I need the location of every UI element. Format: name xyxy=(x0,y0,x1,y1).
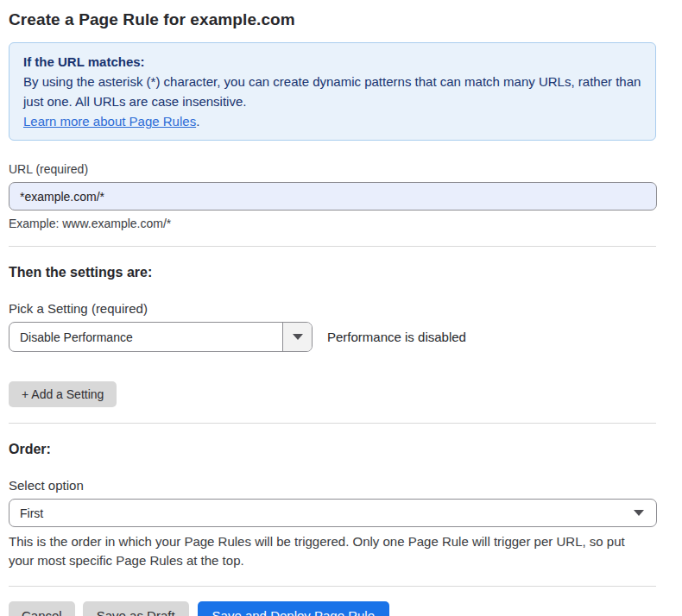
info-box-link-line: Learn more about Page Rules. xyxy=(23,111,641,131)
save-as-draft-button[interactable]: Save as Draft xyxy=(83,601,189,616)
page-title: Create a Page Rule for example.com xyxy=(9,10,656,29)
order-help-text: This is the order in which your Page Rul… xyxy=(9,532,652,570)
link-period: . xyxy=(196,114,199,129)
setting-row: Disable Performance Performance is disab… xyxy=(9,322,656,352)
pick-setting-label: Pick a Setting (required) xyxy=(9,301,656,316)
setting-select[interactable]: Disable Performance xyxy=(9,322,313,352)
order-select-value: First xyxy=(20,506,634,520)
url-input[interactable] xyxy=(9,182,657,211)
setting-select-arrow-button[interactable] xyxy=(282,323,312,351)
divider xyxy=(9,423,656,424)
save-and-deploy-button[interactable]: Save and Deploy Page Rule xyxy=(198,601,389,616)
add-setting-button[interactable]: + Add a Setting xyxy=(9,381,117,407)
order-select[interactable]: First xyxy=(9,499,657,527)
divider xyxy=(9,246,656,247)
settings-section-heading: Then the settings are: xyxy=(9,265,656,280)
url-example-text: Example: www.example.com/* xyxy=(9,217,656,230)
footer-actions: Cancel Save as Draft Save and Deploy Pag… xyxy=(9,601,656,616)
setting-status-text: Performance is disabled xyxy=(327,330,466,344)
chevron-down-icon xyxy=(634,510,644,516)
setting-select-value: Disable Performance xyxy=(9,323,282,351)
chevron-down-icon xyxy=(293,334,303,340)
cancel-button[interactable]: Cancel xyxy=(9,601,75,616)
order-select-label: Select option xyxy=(9,478,656,493)
create-page-rule-form: Create a Page Rule for example.com If th… xyxy=(0,0,656,616)
info-box-heading: If the URL matches: xyxy=(23,52,641,72)
url-field-label: URL (required) xyxy=(9,162,656,176)
info-box-body: By using the asterisk (*) character, you… xyxy=(23,72,641,111)
url-matches-info-box: If the URL matches: By using the asteris… xyxy=(9,42,656,141)
learn-more-link[interactable]: Learn more about Page Rules xyxy=(23,114,196,129)
divider xyxy=(9,586,656,587)
order-section-heading: Order: xyxy=(9,442,656,457)
